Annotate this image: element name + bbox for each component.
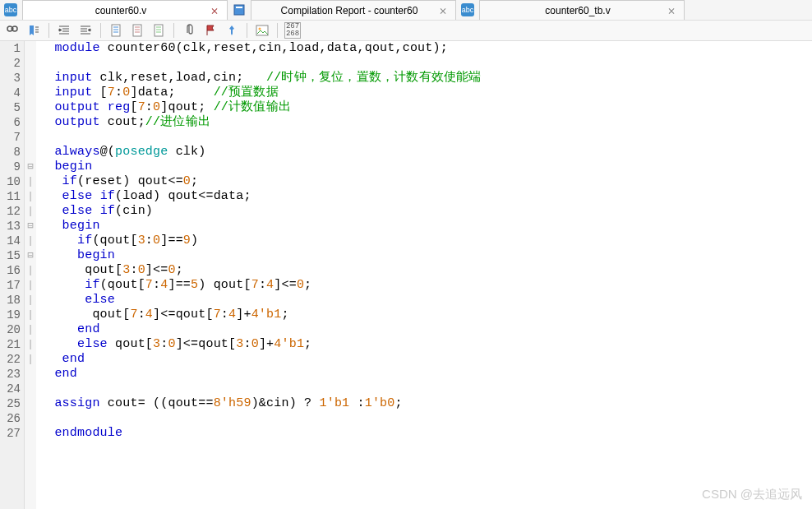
tab-bar: abc counter60.v ⨯ Compilation Report - c… [0, 0, 812, 21]
separator [173, 23, 174, 38]
doc-icon-3[interactable] [150, 22, 167, 39]
tab-label: counter60_tb.v [488, 5, 667, 16]
line-number-gutter: 1234567891011121314151617181920212223242… [0, 41, 25, 509]
separator [247, 23, 247, 38]
paperclip-icon[interactable] [181, 22, 197, 39]
svg-rect-7 [155, 25, 163, 36]
line-ratio[interactable]: 267 268 [284, 22, 301, 39]
editor-toolbar: 267 268 [0, 21, 812, 41]
find-icon[interactable] [4, 22, 21, 39]
svg-point-9 [259, 28, 261, 30]
close-icon[interactable]: ⨯ [210, 5, 219, 16]
bookmark-icon[interactable] [25, 22, 42, 39]
tab-label: Compilation Report - counter60 [260, 5, 439, 16]
close-icon[interactable]: ⨯ [667, 5, 676, 16]
fold-gutter[interactable]: ⊟|||⊟|⊟||||||| [25, 41, 36, 509]
doc-icon[interactable] [108, 22, 124, 39]
tab-compilation-report[interactable]: Compilation Report - counter60 ⨯ [251, 0, 456, 20]
tab-counter60[interactable]: counter60.v ⨯ [22, 0, 228, 20]
tab-label: counter60.v [31, 5, 210, 16]
image-icon[interactable] [254, 22, 270, 39]
flag-icon[interactable] [202, 22, 219, 39]
report-icon[interactable] [230, 1, 248, 19]
svg-rect-1 [236, 7, 242, 8]
doc-icon-2[interactable] [129, 22, 145, 39]
code-editor[interactable]: 1234567891011121314151617181920212223242… [0, 41, 812, 509]
svg-rect-6 [133, 25, 141, 36]
file-icon[interactable]: abc [2, 1, 20, 19]
file-icon[interactable]: abc [459, 1, 477, 19]
tab-counter60-tb[interactable]: counter60_tb.v ⨯ [479, 0, 685, 20]
indent-icon[interactable] [56, 22, 72, 39]
separator [48, 23, 49, 38]
close-icon[interactable]: ⨯ [439, 5, 447, 16]
outdent-icon[interactable] [77, 22, 94, 39]
pin-icon[interactable] [224, 22, 240, 39]
separator [277, 23, 278, 38]
code-area[interactable]: module counter60(clk,reset,cin,load,data… [36, 41, 812, 509]
separator [100, 23, 101, 38]
svg-rect-0 [234, 5, 244, 15]
svg-rect-8 [256, 25, 268, 35]
svg-rect-5 [112, 25, 120, 36]
